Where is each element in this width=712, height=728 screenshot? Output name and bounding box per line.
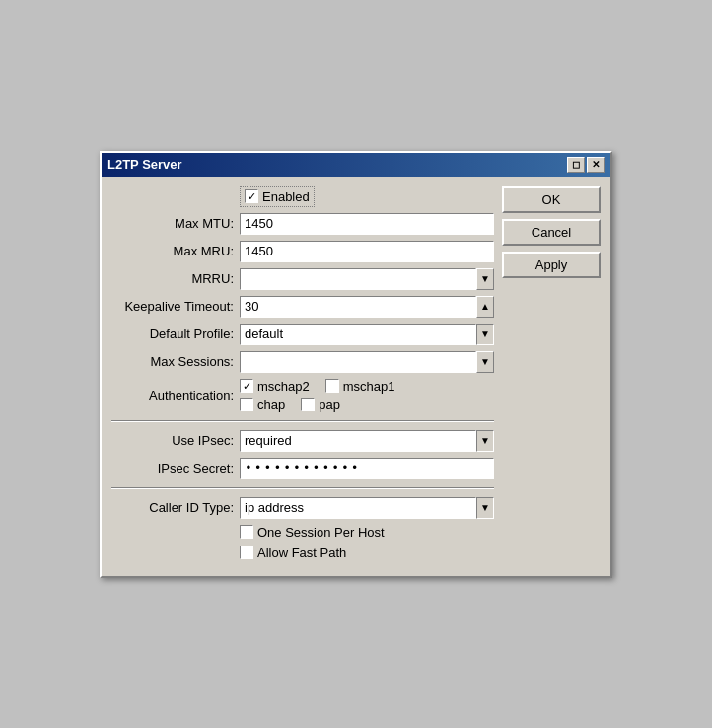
caller-id-label: Caller ID Type:: [111, 500, 240, 515]
divider-2: [111, 487, 494, 489]
l2tp-server-window: L2TP Server ◻ ✕ ✓ Enabled Max MTU: M: [100, 151, 612, 578]
use-ipsec-wrapper: ▼: [240, 430, 494, 452]
max-mtu-row: Max MTU:: [111, 213, 494, 235]
mschap2-checkbox[interactable]: ✓: [240, 379, 253, 393]
max-sessions-wrapper: ▼: [240, 351, 494, 373]
default-profile-row: Default Profile: ▼: [111, 324, 494, 345]
keepalive-arrow-up[interactable]: ▲: [476, 296, 494, 318]
max-mru-input[interactable]: [240, 241, 494, 262]
mrru-input[interactable]: [240, 268, 476, 290]
chap-item[interactable]: chap: [240, 398, 285, 412]
allow-fast-item[interactable]: Allow Fast Path: [240, 546, 346, 560]
auth-row: Authentication: ✓ mschap2 mschap1: [111, 379, 494, 412]
ok-button[interactable]: OK: [502, 186, 601, 213]
auth-label: Authentication:: [111, 388, 240, 402]
default-profile-arrow[interactable]: ▼: [476, 324, 494, 345]
mrru-dropdown-arrow[interactable]: ▼: [476, 268, 494, 290]
use-ipsec-arrow[interactable]: ▼: [476, 430, 494, 452]
auth-line-1: ✓ mschap2 mschap1: [240, 379, 494, 394]
close-button[interactable]: ✕: [587, 157, 605, 173]
ipsec-secret-row: IPsec Secret:: [111, 458, 494, 479]
default-profile-wrapper: ▼: [240, 324, 494, 345]
mrru-label: MRRU:: [111, 271, 240, 286]
use-ipsec-input[interactable]: [240, 430, 476, 452]
keepalive-label: Keepalive Timeout:: [111, 299, 240, 314]
caller-id-wrapper: ▼: [240, 497, 494, 519]
enabled-label: Enabled: [262, 189, 310, 204]
max-sessions-arrow[interactable]: ▼: [476, 351, 494, 373]
keepalive-wrapper: ▲: [240, 296, 494, 318]
pap-label: pap: [319, 398, 340, 412]
allow-fast-label: Allow Fast Path: [257, 546, 346, 560]
restore-button[interactable]: ◻: [567, 157, 585, 173]
pap-checkbox[interactable]: [301, 398, 315, 411]
max-mtu-input[interactable]: [240, 213, 494, 235]
ipsec-secret-label: IPsec Secret:: [111, 461, 240, 475]
max-mtu-label: Max MTU:: [111, 216, 240, 231]
mrru-row: MRRU: ▼: [111, 268, 494, 290]
max-mru-label: Max MRU:: [111, 244, 240, 258]
use-ipsec-row: Use IPsec: ▼: [111, 430, 494, 452]
chap-checkbox[interactable]: [240, 398, 253, 411]
mschap1-item[interactable]: mschap1: [325, 379, 395, 394]
divider: [111, 420, 494, 422]
content-area: ✓ Enabled Max MTU: Max MRU: MRRU: ▼: [102, 177, 610, 576]
default-profile-label: Default Profile:: [111, 327, 240, 341]
cancel-button[interactable]: Cancel: [502, 219, 601, 246]
caller-id-input[interactable]: [240, 497, 476, 519]
max-sessions-row: Max Sessions: ▼: [111, 351, 494, 373]
enabled-checkbox[interactable]: ✓: [245, 189, 258, 203]
auth-line-2: chap pap: [240, 398, 494, 412]
one-session-checkbox[interactable]: [240, 525, 253, 539]
max-sessions-label: Max Sessions:: [111, 354, 240, 369]
mschap2-label: mschap2: [257, 379, 310, 394]
one-session-label: One Session Per Host: [257, 525, 385, 540]
auth-checkboxes: ✓ mschap2 mschap1 chap: [240, 379, 494, 412]
max-sessions-input[interactable]: [240, 351, 476, 373]
ipsec-secret-input[interactable]: [240, 458, 494, 479]
chap-label: chap: [257, 398, 285, 412]
mrru-dropdown-wrapper: ▼: [240, 268, 494, 290]
apply-button[interactable]: Apply: [502, 252, 601, 278]
max-mru-row: Max MRU:: [111, 241, 494, 262]
window-title: L2TP Server: [107, 157, 182, 172]
allow-fast-row: Allow Fast Path: [111, 546, 494, 560]
side-buttons: OK Cancel Apply: [502, 186, 601, 566]
pap-item[interactable]: pap: [301, 398, 340, 412]
allow-fast-checkbox[interactable]: [240, 546, 253, 559]
mschap2-item[interactable]: ✓ mschap2: [240, 379, 310, 394]
default-profile-input[interactable]: [240, 324, 476, 345]
one-session-item[interactable]: One Session Per Host: [240, 525, 385, 540]
enabled-row: ✓ Enabled: [111, 186, 494, 207]
title-bar: L2TP Server ◻ ✕: [102, 153, 610, 177]
enabled-checkbox-label[interactable]: ✓ Enabled: [240, 186, 315, 207]
form-area: ✓ Enabled Max MTU: Max MRU: MRRU: ▼: [111, 186, 494, 566]
caller-id-arrow[interactable]: ▼: [476, 497, 494, 519]
title-bar-buttons: ◻ ✕: [567, 157, 605, 173]
caller-id-row: Caller ID Type: ▼: [111, 497, 494, 519]
mschap1-label: mschap1: [343, 379, 395, 394]
one-session-row: One Session Per Host: [111, 525, 494, 540]
keepalive-row: Keepalive Timeout: ▲: [111, 296, 494, 318]
use-ipsec-label: Use IPsec:: [111, 433, 240, 448]
mschap1-checkbox[interactable]: [325, 379, 339, 393]
keepalive-input[interactable]: [240, 296, 476, 318]
